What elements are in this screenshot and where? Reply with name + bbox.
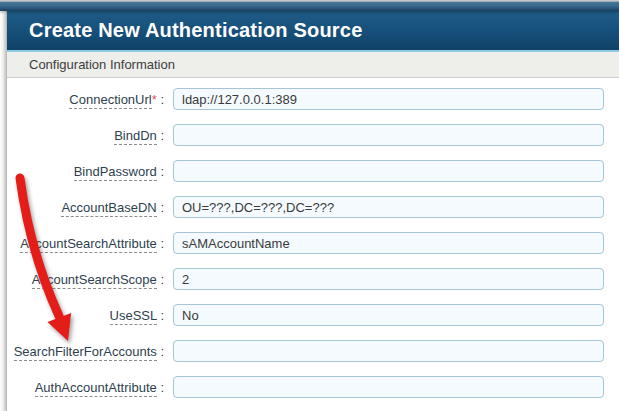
section-header: Configuration Information xyxy=(7,52,619,78)
field-label-usessl: UseSSL : xyxy=(7,308,164,323)
label-colon: : xyxy=(157,200,164,215)
form-row-searchfilterforaccounts: SearchFilterForAccounts : xyxy=(7,340,619,362)
accountsearchattribute-input[interactable] xyxy=(173,232,604,254)
searchfilterforaccounts-input[interactable] xyxy=(173,340,604,362)
binddn-input[interactable] xyxy=(173,124,604,146)
label-colon: : xyxy=(157,272,164,287)
config-form: ConnectionUrl* : BindDn : BindPassword :… xyxy=(7,78,619,398)
usessl-input[interactable] xyxy=(173,304,604,326)
accountbasedn-input[interactable] xyxy=(173,196,604,218)
form-row-accountbasedn: AccountBaseDN : xyxy=(7,196,619,218)
field-label-searchfilterforaccounts: SearchFilterForAccounts : xyxy=(7,344,164,359)
panel-header: Create New Authentication Source xyxy=(7,11,619,52)
authaccountattribute-input[interactable] xyxy=(173,376,604,398)
form-row-usessl: UseSSL : xyxy=(7,304,619,326)
label-colon: : xyxy=(157,380,164,395)
field-label-bindpassword: BindPassword : xyxy=(7,164,164,179)
form-row-connectionurl: ConnectionUrl* : xyxy=(7,88,619,110)
field-label-text[interactable]: AccountBaseDN xyxy=(61,200,156,217)
field-label-authaccountattribute: AuthAccountAttribute : xyxy=(7,380,164,395)
form-row-authaccountattribute: AuthAccountAttribute : xyxy=(7,376,619,398)
label-colon: : xyxy=(157,344,164,359)
field-label-accountsearchscope: AccountSearchScope : xyxy=(7,272,164,287)
label-colon: : xyxy=(157,92,164,107)
field-label-text[interactable]: BindPassword xyxy=(74,164,157,181)
label-colon: : xyxy=(157,128,164,143)
field-label-text[interactable]: AccountSearchAttribute xyxy=(20,236,157,253)
field-label-text[interactable]: BindDn xyxy=(114,128,157,145)
field-label-text[interactable]: AccountSearchScope xyxy=(32,272,157,289)
page-title: Create New Authentication Source xyxy=(29,19,363,42)
field-label-binddn: BindDn : xyxy=(7,128,164,143)
field-label-accountsearchattribute: AccountSearchAttribute : xyxy=(7,236,164,251)
page: { "panel": { "title": "Create New Authen… xyxy=(0,0,619,411)
field-label-accountbasedn: AccountBaseDN : xyxy=(7,200,164,215)
field-label-text[interactable]: ConnectionUrl xyxy=(69,92,151,109)
auth-source-panel: Create New Authentication Source Configu… xyxy=(6,11,619,411)
label-colon: : xyxy=(157,236,164,251)
field-label-text[interactable]: SearchFilterForAccounts xyxy=(14,344,157,361)
connectionurl-input[interactable] xyxy=(173,88,604,110)
label-colon: : xyxy=(157,308,164,323)
form-row-accountsearchattribute: AccountSearchAttribute : xyxy=(7,232,619,254)
accountsearchscope-input[interactable] xyxy=(173,268,604,290)
section-title: Configuration Information xyxy=(29,57,175,72)
field-label-text[interactable]: UseSSL xyxy=(110,308,157,325)
field-label-connectionurl: ConnectionUrl* : xyxy=(7,92,164,107)
form-row-bindpassword: BindPassword : xyxy=(7,160,619,182)
bindpassword-input[interactable] xyxy=(173,160,604,182)
field-label-text[interactable]: AuthAccountAttribute xyxy=(35,380,157,397)
label-colon: : xyxy=(157,164,164,179)
previous-panel-bottom-edge xyxy=(0,0,619,11)
form-row-accountsearchscope: AccountSearchScope : xyxy=(7,268,619,290)
form-row-binddn: BindDn : xyxy=(7,124,619,146)
